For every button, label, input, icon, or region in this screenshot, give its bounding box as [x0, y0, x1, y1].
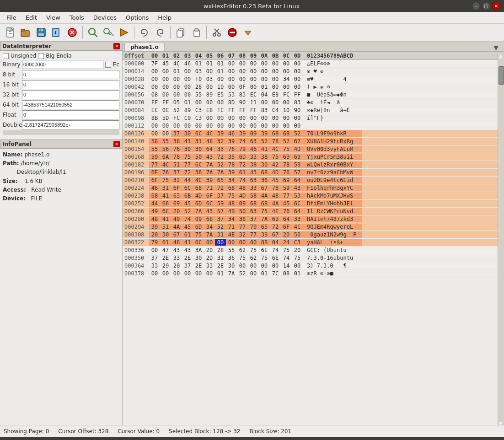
8bit-input[interactable] [22, 70, 119, 79]
binary-input[interactable] [22, 60, 103, 69]
save-button[interactable] [34, 25, 48, 40]
data-interpreter-close[interactable]: ✕ [113, 43, 120, 49]
redo-button[interactable] [153, 25, 167, 40]
32bit-input[interactable] [22, 90, 119, 99]
toolbar-sep-4 [206, 26, 207, 39]
open-button[interactable] [18, 25, 33, 40]
table-row[interactable]: 000056 080000005589E55383EC04E8FCFF ■ Uë… [123, 91, 498, 99]
paste-button[interactable] [189, 25, 204, 40]
toolbar-sep-3 [170, 26, 171, 39]
svg-rect-28 [195, 29, 198, 31]
menu-help[interactable]: Help [153, 13, 176, 22]
float-input[interactable] [22, 110, 119, 119]
col-02: 02 [171, 53, 182, 59]
info-panel-body: Name: phase1.o Path: /home/ytr/ Desktop/… [0, 149, 122, 205]
minimize-button[interactable]: ─ [472, 2, 480, 10]
data-interpreter-body: Unsigned Big Endia Binary Ec 8 bit 16 bi… [0, 51, 122, 138]
hex-grid: Offset 00 01 02 03 04 05 06 07 08 09 0A … [123, 52, 498, 425]
table-row[interactable]: 000182 774C51776C7A5278723830427859 wLQw… [123, 161, 498, 169]
info-size: Size: 1.6 KB [3, 177, 119, 186]
col-03: 03 [182, 53, 193, 59]
table-row[interactable]: 000322 796148416C00000000008B0424C3 yaHA… [123, 239, 498, 247]
titlebar: wxHexEditor 0.23 Beta for Linux ─ □ ✕ [0, 0, 504, 12]
double-input[interactable] [22, 120, 119, 129]
double-row: Double [3, 120, 119, 129]
goto-button[interactable] [117, 25, 131, 40]
table-row[interactable]: 000294 39514A456D345271777965726F4C 9QJE… [123, 223, 498, 231]
64bit-input[interactable] [22, 100, 119, 109]
tab-dropdown[interactable]: ▼ [492, 44, 500, 51]
table-row[interactable]: 000084 EC0C5289C3E8FCFFFFFF83C41090 ∞◆Rë… [123, 107, 498, 114]
16bit-row: 16 bit [3, 80, 119, 89]
vertical-scrollbar[interactable]: ▲ ▼ [498, 52, 504, 425]
menu-file[interactable]: File [2, 13, 21, 22]
close-file-button[interactable] [65, 25, 80, 40]
table-row[interactable]: 000252 446669456D6C59480968684A456C DfiE… [123, 200, 498, 208]
menu-tools[interactable]: Tools [65, 13, 89, 22]
table-row[interactable]: 000196 6E763772367A7A396143684D7657 nv7r… [123, 169, 498, 177]
table-row[interactable]: 000280 484149740968373438377A6B6433 HAIt… [123, 215, 498, 223]
unsigned-row: Unsigned Big Endia [3, 53, 119, 59]
unsigned-checkbox[interactable] [3, 53, 9, 59]
cut-button[interactable] [209, 25, 224, 40]
statusbar: Showing Page: 0 Cursor Offset: 328 Curso… [0, 425, 504, 437]
table-row[interactable]: 000070 FFFF05010000008D901100000083 ♣⊙ ì… [123, 99, 498, 107]
table-row[interactable]: 000308 20306761757A314E327739672050 0gau… [123, 231, 498, 239]
menu-view[interactable]: View [42, 13, 65, 22]
scroll-down-arrow[interactable]: ▼ [499, 420, 504, 425]
table-row[interactable]: 000378 000000000000017A5200017C0801 ⊙zR … [123, 270, 498, 278]
table-row[interactable]: 000224 46316F6C68717268483367785943 F1ol… [123, 184, 498, 192]
cancel-button[interactable] [225, 25, 240, 40]
table-row[interactable]: 000126 000037306C4C3946390939686B52 70lL… [123, 130, 498, 138]
col-06: 06 [215, 53, 226, 59]
table-row[interactable]: 000000 7F454C4601010100000000000000 △ELF… [123, 60, 498, 68]
search-button[interactable] [86, 25, 100, 40]
table-row[interactable]: 000350 372E332E302D31367562756E7475 7.3.… [123, 254, 498, 262]
table-row[interactable]: 000042 00000000280010000F0001000000 ( ▶ … [123, 83, 498, 91]
di-scrollbar[interactable] [3, 130, 119, 135]
new-button[interactable] [3, 25, 17, 40]
tab-phase1[interactable]: phase1.o [124, 43, 165, 51]
find-replace-button[interactable] [101, 25, 116, 40]
col-0c: 0C [281, 53, 292, 59]
table-row[interactable]: 000336 004743433A20285562756E747520 GCC:… [123, 247, 498, 254]
table-row[interactable]: 000112 0000000000000000000000000000 [123, 122, 498, 130]
table-row[interactable]: 000210 6F7532444C396534746336456964 ou2D… [123, 177, 498, 184]
table-row[interactable]: 000014 0000010003000100000000000000 ⊙ ♥ … [123, 68, 498, 75]
ec-label: Ec [113, 61, 119, 68]
table-row[interactable]: 000154 55567630306433767946414C754D UVv0… [123, 145, 498, 153]
close-button[interactable]: ✕ [492, 2, 500, 10]
scroll-thumb[interactable] [499, 66, 504, 85]
col-07: 07 [226, 53, 237, 59]
info-panel-close[interactable]: ✕ [113, 141, 120, 147]
menu-devices[interactable]: Devices [89, 13, 121, 22]
table-row[interactable]: 000238 6841636B4D6F37754D584A487753 hAck… [123, 192, 498, 200]
ec-checkbox[interactable] [105, 62, 111, 68]
main-area: DataInterpreter ✕ Unsigned Big Endia Bin… [0, 42, 504, 425]
ascii-header: 0123456789ABCD [303, 53, 362, 59]
big-endian-checkbox[interactable] [38, 53, 44, 59]
undo-button[interactable] [137, 25, 152, 40]
table-row[interactable]: 000168 596A7875504372356D3338756969 Yjxu… [123, 153, 498, 161]
svg-text:⬇: ⬇ [54, 30, 57, 35]
col-0a: 0A [259, 53, 270, 59]
menu-edit[interactable]: Edit [21, 13, 42, 22]
info-device: Device: FILE [3, 194, 119, 203]
copy-button[interactable] [173, 25, 188, 40]
table-row[interactable]: 000266 496C20527A43574B5063754E7664 Il R… [123, 208, 498, 215]
down-button[interactable] [241, 25, 255, 40]
maximize-button[interactable]: □ [482, 2, 490, 10]
16bit-input[interactable] [22, 80, 119, 89]
col-00: 00 [149, 53, 160, 59]
table-row[interactable]: 000140 5855384131483239746352785267 XU8A… [123, 138, 498, 145]
table-row[interactable]: 000364 332920372E332E30000000001400 3) 7… [123, 262, 498, 270]
scroll-up-arrow[interactable]: ▲ [499, 53, 504, 57]
table-row[interactable]: 000098 8B5DFCC9C3000000000000000000 ï]"Γ… [123, 114, 498, 122]
svg-point-31 [213, 33, 216, 36]
table-row[interactable]: 000028 00000000F0030000000000003400 ≡♥ 4 [123, 75, 498, 83]
info-access: Access: Read-Write [3, 186, 119, 194]
col-0b: 0B [270, 53, 281, 59]
save-as-button[interactable]: ⬇ [49, 25, 64, 40]
menu-options[interactable]: Options [121, 13, 153, 22]
float-label: Float [3, 112, 20, 118]
